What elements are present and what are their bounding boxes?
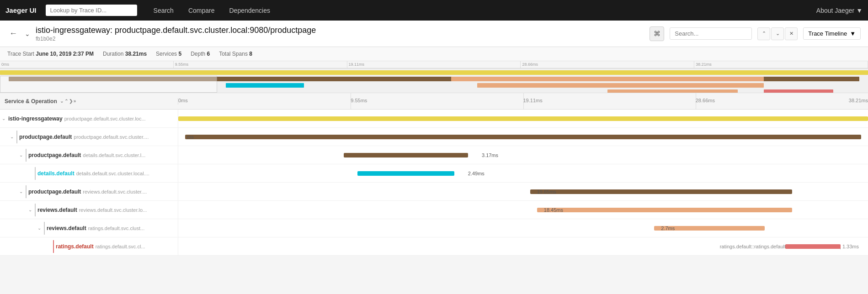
clear-search-button[interactable]: ✕ — [785, 27, 798, 40]
trace-rows: ⌄ istio-ingressgateway productpage.defau… — [0, 110, 868, 256]
connector-line — [35, 167, 36, 180]
span-duration: 2.7ms — [661, 226, 675, 231]
expand-button[interactable]: ⌄ — [9, 134, 15, 139]
span-bar[interactable] — [178, 116, 868, 121]
total-spans: Total Spans 8 — [219, 51, 252, 57]
connector-line — [44, 222, 45, 235]
table-row: ⌄ istio-ingressgateway productpage.defau… — [0, 110, 868, 128]
view-toggle-button[interactable]: Trace Timeline ▼ — [803, 27, 861, 40]
span-bar[interactable] — [537, 208, 792, 212]
mini-bar-details — [226, 83, 304, 88]
row-left-2: ⌄ productpage.default productpage.defaul… — [0, 128, 178, 146]
connector-line — [26, 185, 27, 198]
span-bar[interactable] — [357, 171, 454, 176]
sort-collapse-all[interactable]: » — [74, 99, 76, 104]
table-row: ⌄ productpage.default details.default.sv… — [0, 146, 868, 164]
sort-expand-all[interactable]: ❯ — [69, 99, 73, 104]
span-duration: 2.49ms — [468, 171, 485, 176]
span-duration: ms — [187, 134, 194, 140]
nav-search[interactable]: Search — [146, 0, 181, 21]
nav-compare[interactable]: Compare — [181, 0, 222, 21]
mini-bar-ingressgateway — [0, 70, 868, 75]
expand-button[interactable]: ⌄ — [37, 226, 42, 231]
span-duration: 18.45ms — [544, 207, 563, 213]
tick-9ms: 9.55ms — [351, 98, 367, 103]
connector-line — [16, 131, 17, 143]
main-content: Service & Operation ⌄ ⌃ ❯ » 0ms 9.55ms 1… — [0, 93, 868, 256]
row-right-6: 18.45ms — [178, 201, 868, 219]
service-op-column-header: Service & Operation ⌄ ⌃ ❯ » — [0, 98, 178, 105]
row-right-1 — [178, 110, 868, 127]
mini-tick-0: 0ms — [0, 61, 174, 68]
mini-bar-reviews-1 — [451, 77, 764, 81]
row-left-3: ⌄ productpage.default details.default.sv… — [0, 146, 178, 164]
trace-id-input[interactable] — [46, 5, 137, 16]
connector-line — [26, 149, 27, 162]
span-search-input[interactable] — [670, 27, 752, 40]
connector-line — [35, 204, 36, 216]
back-button[interactable]: ← — [7, 27, 19, 40]
chevron-down-icon: ▼ — [856, 7, 863, 14]
mini-bar-reviews-2 — [477, 83, 764, 88]
tick-0ms: 0ms — [178, 98, 188, 103]
row-right-8: ratings.default::ratings.default.svc.clu… — [178, 237, 868, 255]
nav-about[interactable]: About Jaeger ▼ — [816, 7, 863, 14]
meta-bar: Trace Start June 10, 2019 2:37 PM Durati… — [0, 47, 868, 61]
keyboard-shortcut-icon[interactable]: ⌘ — [650, 26, 664, 41]
table-row: ⌄ productpage.default productpage.defaul… — [0, 128, 868, 146]
expand-button[interactable]: ⌄ — [18, 152, 24, 158]
row-left-1: ⌄ istio-ingressgateway productpage.defau… — [0, 110, 178, 127]
nav-dependencies[interactable]: Dependencies — [222, 0, 278, 21]
table-row: ⌄ reviews.default ratings.default.svc.cl… — [0, 219, 868, 237]
mini-timeline[interactable]: 0ms 9.55ms 19.11ms 28.66ms 38.21ms — [0, 61, 868, 93]
row-right-2: ms — [178, 128, 868, 146]
row-right-3: 3.17ms — [178, 146, 868, 164]
nav-links: Search Compare Dependencies — [146, 0, 277, 21]
span-bar[interactable] — [344, 153, 468, 158]
expand-button — [27, 171, 33, 176]
mini-tick-2: 19.11ms — [347, 61, 521, 68]
chevron-down-icon: ▼ — [850, 30, 856, 37]
row-left-5: ⌄ productpage.default reviews.default.sv… — [0, 183, 178, 200]
mini-tick-1: 9.55ms — [174, 61, 347, 68]
next-match-button[interactable]: ⌄ — [771, 27, 784, 40]
row-right-7: 2.7ms — [178, 219, 868, 237]
span-bar[interactable] — [185, 135, 861, 139]
mini-tick-3: 28.66ms — [521, 61, 694, 68]
expand-button[interactable]: ⌄ — [1, 116, 6, 121]
mini-tick-4: 38.21ms — [694, 61, 868, 68]
expand-button — [46, 244, 51, 249]
prev-match-button[interactable]: ⌃ — [757, 27, 770, 40]
nav-logo: Jaeger UI — [5, 6, 37, 14]
sort-collapse-right[interactable]: ⌃ — [64, 99, 68, 104]
viewport-indicator[interactable] — [0, 76, 217, 93]
services-count: Services 5 — [156, 51, 181, 57]
span-bar[interactable] — [785, 244, 841, 249]
table-row: details.default details.default.svc.clus… — [0, 164, 868, 183]
duration: Duration 38.21ms — [103, 51, 147, 57]
expand-button[interactable]: ⌄ — [18, 189, 24, 194]
sort-controls: ⌄ ⌃ ❯ » — [60, 99, 76, 104]
tick-28ms: 28.66ms — [696, 98, 715, 103]
timeline-ticks: 0ms 9.55ms 19.11ms 28.66ms 38.21ms — [178, 93, 868, 110]
sort-expand-down[interactable]: ⌄ — [60, 99, 64, 104]
trace-start: Trace Start June 10, 2019 2:37 PM — [7, 51, 94, 57]
table-row: ratings.default ratings.default.svc.cl..… — [0, 237, 868, 256]
trace-id: fb1b0e2 — [36, 36, 644, 42]
table-row: ⌄ reviews.default reviews.default.svc.cl… — [0, 201, 868, 219]
span-duration: 19.65ms — [537, 189, 556, 194]
row-left-8: ratings.default ratings.default.svc.cl..… — [0, 237, 178, 255]
span-bar[interactable] — [530, 189, 792, 194]
collapse-button[interactable]: ⌄ — [25, 30, 30, 37]
tick-38ms: 38.21ms — [849, 98, 868, 103]
row-left-4: details.default details.default.svc.clus… — [0, 164, 178, 182]
nav-bar: Jaeger UI Search Compare Dependencies Ab… — [0, 0, 868, 21]
table-row: ⌄ productpage.default reviews.default.sv… — [0, 183, 868, 201]
search-nav-arrows: ⌃ ⌄ ✕ — [757, 27, 798, 40]
row-left-7: ⌄ reviews.default ratings.default.svc.cl… — [0, 219, 178, 237]
expand-button[interactable]: ⌄ — [27, 207, 33, 212]
depth-count: Depth 6 — [191, 51, 210, 57]
tick-19ms: 19.11ms — [523, 98, 543, 103]
row-right-5: 19.65ms — [178, 183, 868, 200]
row-left-6: ⌄ reviews.default reviews.default.svc.cl… — [0, 201, 178, 219]
